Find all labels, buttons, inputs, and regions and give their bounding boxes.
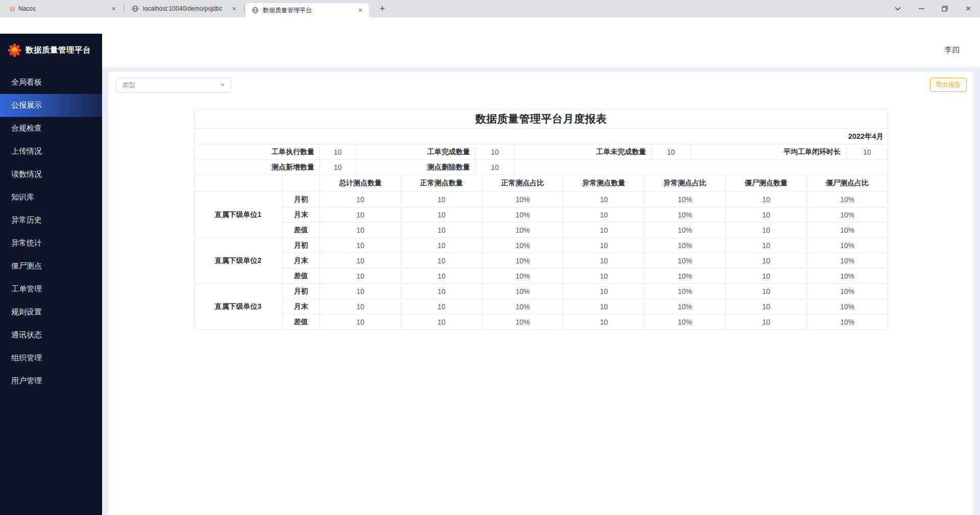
unit-name-cell: 直属下级单位2 [194, 238, 282, 284]
value-cell: 10 [726, 299, 807, 314]
sidebar-item-规则设置[interactable]: 规则设置 [0, 301, 102, 324]
value-cell: 10% [645, 253, 726, 268]
sidebar-item-工单管理[interactable]: 工单管理 [0, 278, 102, 301]
detail-column-header: 总计测点数量 [320, 175, 401, 192]
value-cell: 10 [320, 238, 401, 253]
tab-title: Nacos [18, 5, 106, 12]
value-cell: 10% [645, 314, 726, 330]
report-detail-table: 总计测点数量正常测点数量正常测点占比异常测点数量异常测点占比僵尸测点数量僵尸测点… [194, 175, 888, 330]
row-label-cell: 月末 [282, 299, 320, 314]
tab-close-icon[interactable]: × [357, 6, 364, 14]
window-restore-button[interactable] [933, 0, 957, 17]
value-cell: 10 [564, 238, 645, 253]
value-cell: 10 [401, 223, 482, 238]
browser-tab-strip: (-) Nacos × localhost:10040/demo/psjdbc … [0, 0, 980, 17]
sidebar-item-僵尸测点[interactable]: 僵尸测点 [0, 255, 102, 278]
content-card: 类型 导出报告 数据质量管理平台月度报表 2022年4月 工单执行数量10工单完… [108, 72, 973, 515]
export-report-button[interactable]: 导出报告 [930, 78, 967, 92]
tab-divider [124, 5, 125, 13]
brand-title: 数据质量管理平台 [26, 45, 91, 56]
window-close-button[interactable]: × [957, 0, 980, 17]
value-cell: 10 [320, 253, 401, 268]
row-label-cell: 月初 [282, 238, 320, 253]
value-cell: 10% [482, 223, 564, 238]
value-cell: 10 [726, 268, 807, 284]
summary-value: 10 [320, 160, 356, 175]
value-cell: 10% [645, 192, 726, 207]
value-cell: 10% [482, 284, 564, 299]
value-cell: 10% [482, 192, 564, 207]
sidebar-item-上传情况[interactable]: 上传情况 [0, 140, 102, 163]
value-cell: 10 [320, 192, 401, 207]
tab-close-icon[interactable]: × [231, 5, 238, 13]
value-cell: 10 [726, 238, 807, 253]
monthly-report: 数据质量管理平台月度报表 2022年4月 工单执行数量10工单完成数量10工单未… [194, 109, 888, 330]
value-cell: 10 [320, 268, 401, 284]
tab-search-chevron-icon[interactable] [886, 0, 910, 17]
value-cell: 10 [564, 284, 645, 299]
sidebar-item-公报展示[interactable]: 公报展示 [0, 94, 102, 117]
value-cell: 10 [401, 268, 482, 284]
value-cell: 10 [401, 238, 482, 253]
detail-column-header: 异常测点数量 [564, 175, 645, 192]
value-cell: 10% [807, 268, 888, 284]
sidebar-item-读数情况[interactable]: 读数情况 [0, 163, 102, 186]
sidebar-menu: 全局看板公报展示合规检查上传情况读数情况知识库异常历史异常统计僵尸测点工单管理规… [0, 71, 102, 393]
value-cell: 10% [807, 253, 888, 268]
value-cell: 10 [564, 268, 645, 284]
row-label-cell: 月初 [282, 284, 320, 299]
report-summary-table: 数据质量管理平台月度报表 2022年4月 工单执行数量10工单完成数量10工单未… [194, 109, 888, 175]
sidebar-item-用户管理[interactable]: 用户管理 [0, 370, 102, 393]
summary-label: 测点删除数量 [356, 160, 476, 175]
detail-column-header: 僵尸测点数量 [726, 175, 807, 192]
value-cell: 10% [807, 207, 888, 223]
value-cell: 10% [807, 284, 888, 299]
value-cell: 10% [482, 268, 564, 284]
value-cell: 10% [645, 207, 726, 223]
chevron-down-icon [220, 84, 225, 87]
value-cell: 10 [726, 253, 807, 268]
tab-close-icon[interactable]: × [110, 5, 117, 13]
sidebar: 数据质量管理平台 全局看板公报展示合规检查上传情况读数情况知识库异常历史异常统计… [0, 34, 102, 515]
value-cell: 10 [564, 223, 645, 238]
value-cell: 10% [807, 238, 888, 253]
value-cell: 10 [401, 284, 482, 299]
value-cell: 10% [482, 238, 564, 253]
row-label-cell: 差值 [282, 314, 320, 330]
sidebar-item-知识库[interactable]: 知识库 [0, 186, 102, 209]
value-cell: 10 [320, 299, 401, 314]
detail-column-header: 僵尸测点占比 [807, 175, 888, 192]
browser-tab-localhost[interactable]: localhost:10040/demo/psjdbc × [126, 0, 243, 17]
summary-value: 10 [320, 144, 356, 160]
sidebar-item-异常统计[interactable]: 异常统计 [0, 232, 102, 255]
type-select[interactable]: 类型 [115, 78, 232, 93]
value-cell: 10% [807, 314, 888, 330]
value-cell: 10% [482, 207, 564, 223]
browser-tab-nacos[interactable]: (-) Nacos × [4, 0, 122, 17]
unit-name-cell: 直属下级单位3 [194, 284, 282, 330]
report-period: 2022年4月 [194, 129, 888, 144]
value-cell: 10 [320, 207, 401, 223]
value-cell: 10% [645, 223, 726, 238]
browser-tab-active[interactable]: 数据质量管理平台 × [246, 3, 369, 17]
value-cell: 10 [564, 299, 645, 314]
summary-value: 10 [476, 144, 514, 160]
value-cell: 10 [726, 223, 807, 238]
nacos-favicon-icon: (-) [10, 6, 14, 12]
new-tab-button[interactable]: + [376, 3, 389, 16]
sidebar-item-合规检查[interactable]: 合规检查 [0, 117, 102, 140]
browser-toolbar: localhost:7775/falarm/index.html ☆ 更新 ⋮ [0, 17, 980, 34]
value-cell: 10% [482, 314, 564, 330]
sidebar-item-异常历史[interactable]: 异常历史 [0, 209, 102, 232]
window-minimize-button[interactable] [910, 0, 933, 17]
sidebar-item-通讯状态[interactable]: 通讯状态 [0, 324, 102, 347]
sidebar-item-全局看板[interactable]: 全局看板 [0, 71, 102, 94]
current-user[interactable]: 李四 [944, 34, 960, 67]
brand: 数据质量管理平台 [0, 34, 102, 66]
value-cell: 10 [401, 253, 482, 268]
value-cell: 10% [807, 192, 888, 207]
summary-label: 工单执行数量 [194, 144, 320, 160]
report-title: 数据质量管理平台月度报表 [194, 110, 888, 129]
sidebar-item-组织管理[interactable]: 组织管理 [0, 347, 102, 370]
row-label-cell: 月末 [282, 253, 320, 268]
